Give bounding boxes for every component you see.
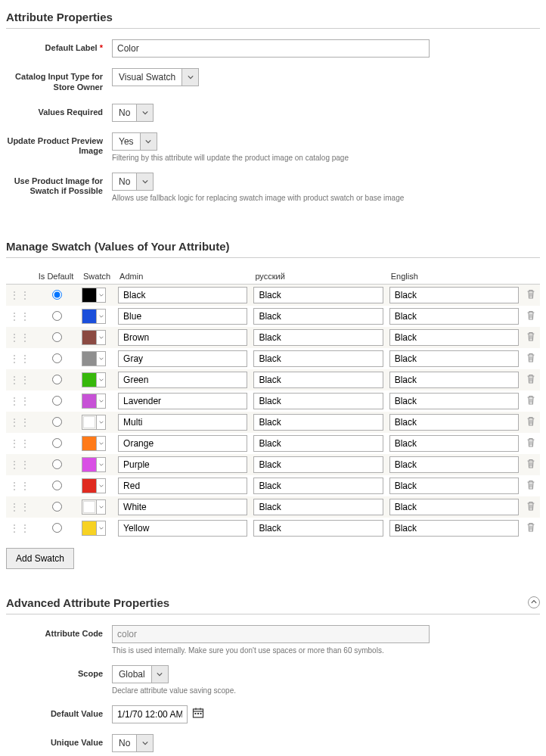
en-label-input[interactable] (389, 520, 519, 537)
chevron-down-icon[interactable] (96, 394, 105, 408)
trash-icon[interactable] (526, 290, 535, 301)
en-label-input[interactable] (389, 287, 519, 303)
trash-icon[interactable] (526, 502, 535, 513)
chevron-down-icon[interactable] (96, 352, 105, 366)
scope-select[interactable]: Global (112, 665, 169, 683)
default-label-input[interactable] (112, 39, 430, 58)
chevron-down-icon[interactable] (96, 288, 105, 302)
ru-label-input[interactable] (253, 308, 383, 325)
ru-label-input[interactable] (253, 393, 383, 409)
trash-icon[interactable] (526, 311, 535, 322)
en-label-input[interactable] (389, 499, 519, 515)
en-label-input[interactable] (389, 372, 519, 388)
is-default-radio[interactable] (52, 311, 62, 321)
en-label-input[interactable] (389, 393, 519, 409)
chevron-down-icon[interactable] (96, 500, 105, 514)
ru-label-input[interactable] (253, 287, 383, 303)
chevron-down-icon[interactable] (96, 310, 105, 323)
ru-label-input[interactable] (253, 329, 383, 346)
swatch-picker[interactable] (82, 415, 106, 430)
ru-label-input[interactable] (253, 435, 383, 452)
trash-icon[interactable] (526, 417, 535, 428)
use-product-image-select[interactable]: No (112, 173, 154, 191)
en-label-input[interactable] (389, 435, 519, 452)
ru-label-input[interactable] (253, 499, 383, 515)
is-default-radio[interactable] (52, 332, 62, 342)
trash-icon[interactable] (526, 459, 535, 471)
chevron-down-icon[interactable] (136, 173, 153, 190)
is-default-radio[interactable] (52, 481, 62, 490)
en-label-input[interactable] (389, 350, 519, 367)
drag-handle-icon[interactable]: ⋮⋮ (9, 501, 30, 513)
drag-handle-icon[interactable]: ⋮⋮ (9, 310, 30, 322)
is-default-radio[interactable] (52, 417, 62, 427)
en-label-input[interactable] (389, 456, 519, 473)
drag-handle-icon[interactable]: ⋮⋮ (9, 331, 30, 344)
drag-handle-icon[interactable]: ⋮⋮ (9, 437, 30, 450)
drag-handle-icon[interactable]: ⋮⋮ (9, 374, 30, 386)
ru-label-input[interactable] (253, 350, 383, 367)
chevron-down-icon[interactable] (181, 69, 198, 86)
ru-label-input[interactable] (253, 520, 383, 537)
trash-icon[interactable] (526, 332, 535, 344)
swatch-picker[interactable] (82, 330, 106, 345)
swatch-picker[interactable] (82, 394, 106, 409)
values-required-select[interactable]: No (112, 104, 154, 122)
admin-label-input[interactable] (118, 393, 247, 409)
collapse-icon[interactable] (528, 596, 540, 608)
admin-label-input[interactable] (118, 435, 247, 452)
drag-handle-icon[interactable]: ⋮⋮ (9, 395, 30, 407)
chevron-down-icon[interactable] (96, 373, 105, 387)
chevron-down-icon[interactable] (96, 458, 105, 471)
drag-handle-icon[interactable]: ⋮⋮ (9, 289, 30, 301)
chevron-down-icon[interactable] (151, 666, 168, 683)
chevron-down-icon[interactable] (96, 479, 105, 493)
chevron-down-icon[interactable] (96, 415, 105, 429)
ru-label-input[interactable] (253, 372, 383, 388)
en-label-input[interactable] (389, 478, 519, 494)
swatch-picker[interactable] (82, 372, 106, 387)
ru-label-input[interactable] (253, 456, 383, 473)
drag-handle-icon[interactable]: ⋮⋮ (9, 459, 30, 471)
chevron-down-icon[interactable] (136, 104, 153, 121)
swatch-picker[interactable] (82, 436, 106, 451)
is-default-radio[interactable] (52, 375, 62, 384)
en-label-input[interactable] (389, 329, 519, 346)
is-default-radio[interactable] (52, 523, 62, 533)
swatch-picker[interactable] (82, 351, 106, 366)
trash-icon[interactable] (526, 353, 535, 365)
admin-label-input[interactable] (118, 499, 247, 515)
swatch-picker[interactable] (82, 309, 106, 324)
admin-label-input[interactable] (118, 308, 247, 325)
trash-icon[interactable] (526, 523, 535, 534)
ru-label-input[interactable] (253, 414, 383, 431)
is-default-radio[interactable] (52, 438, 62, 448)
catalog-input-type-select[interactable]: Visual Swatch (112, 68, 199, 86)
admin-label-input[interactable] (118, 456, 247, 473)
chevron-down-icon[interactable] (96, 331, 105, 344)
trash-icon[interactable] (526, 481, 535, 492)
chevron-down-icon[interactable] (96, 437, 105, 450)
drag-handle-icon[interactable]: ⋮⋮ (9, 353, 30, 365)
drag-handle-icon[interactable]: ⋮⋮ (9, 522, 30, 534)
en-label-input[interactable] (389, 414, 519, 431)
ru-label-input[interactable] (253, 478, 383, 494)
admin-label-input[interactable] (118, 414, 247, 431)
swatch-picker[interactable] (82, 499, 106, 515)
admin-label-input[interactable] (118, 350, 247, 367)
swatch-picker[interactable] (82, 478, 106, 493)
drag-handle-icon[interactable]: ⋮⋮ (9, 416, 30, 428)
default-value-input[interactable] (112, 705, 188, 723)
admin-label-input[interactable] (118, 372, 247, 388)
update-preview-select[interactable]: Yes (112, 132, 157, 151)
add-swatch-button[interactable]: Add Swatch (6, 548, 74, 569)
is-default-radio[interactable] (52, 353, 62, 363)
calendar-icon[interactable] (192, 707, 204, 722)
chevron-down-icon[interactable] (136, 735, 153, 751)
unique-value-select[interactable]: No (112, 734, 154, 752)
trash-icon[interactable] (526, 375, 535, 386)
is-default-radio[interactable] (52, 396, 62, 406)
trash-icon[interactable] (526, 396, 535, 407)
is-default-radio[interactable] (52, 290, 62, 300)
admin-label-input[interactable] (118, 520, 247, 537)
